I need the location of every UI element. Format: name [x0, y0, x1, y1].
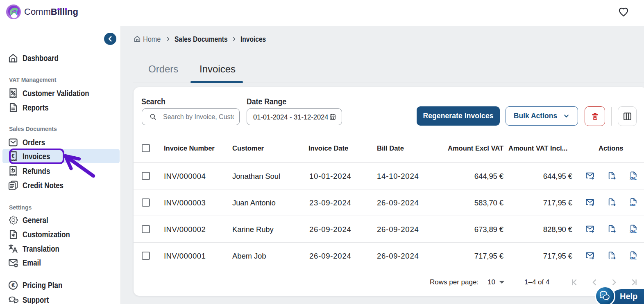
svg-text:XML: XML: [630, 257, 637, 260]
svg-text:XML: XML: [630, 203, 637, 207]
svg-text:XML: XML: [630, 177, 637, 180]
svg-text:XML: XML: [630, 230, 637, 233]
